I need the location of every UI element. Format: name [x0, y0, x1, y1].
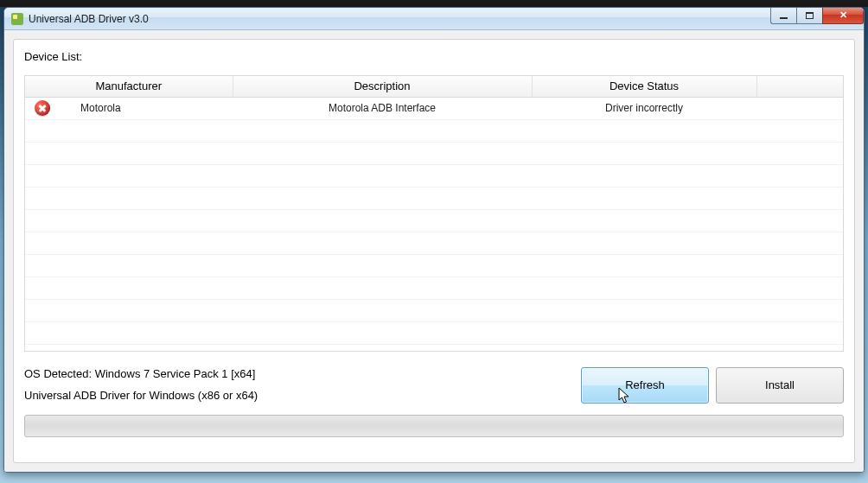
install-button-label: Install [765, 378, 795, 391]
table-row[interactable] [25, 119, 843, 142]
table-row[interactable] [25, 254, 843, 276]
refresh-button[interactable]: Refresh [581, 367, 709, 404]
bottom-row: OS Detected: Windows 7 Service Pack 1 [x… [24, 364, 844, 406]
app-window: Universal ADB Driver v3.0 ✕ Device List: [3, 7, 865, 473]
button-row: Refresh Install [581, 367, 844, 404]
cell-manufacturer: Motorola [60, 97, 233, 119]
close-button[interactable]: ✕ [822, 7, 864, 24]
col-header-description[interactable]: Description [233, 76, 532, 97]
info-text-block: OS Detected: Windows 7 Service Pack 1 [x… [24, 364, 258, 406]
client-area: Device List: Manufacturer Description [4, 30, 864, 472]
maximize-icon [806, 12, 814, 19]
cell-device-status: Driver incorrectly [532, 97, 756, 119]
table-row[interactable] [25, 299, 843, 321]
device-list-label: Device List: [24, 50, 844, 63]
driver-description-text: Universal ADB Driver for Windows (x86 or… [24, 385, 258, 407]
cell-empty [756, 97, 843, 119]
table-row[interactable] [25, 142, 843, 164]
window-controls: ✕ [770, 7, 864, 24]
table-row[interactable] [25, 164, 843, 187]
table-row[interactable] [25, 232, 843, 254]
refresh-button-label: Refresh [625, 378, 665, 391]
os-detected-text: OS Detected: Windows 7 Service Pack 1 [x… [24, 364, 258, 385]
install-button[interactable]: Install [716, 367, 844, 404]
col-header-manufacturer[interactable]: Manufacturer [25, 76, 233, 97]
table-row[interactable] [25, 187, 843, 209]
table-row[interactable] [25, 321, 843, 344]
progress-bar [24, 415, 844, 437]
table-row[interactable]: Motorola Motorola ADB Interface Driver i… [25, 97, 843, 119]
col-header-device-status[interactable]: Device Status [532, 76, 756, 97]
table-header-row: Manufacturer Description Device Status [25, 76, 843, 97]
app-icon [11, 13, 23, 25]
error-icon [35, 100, 50, 116]
table-row[interactable] [25, 209, 843, 232]
cell-status-icon [25, 97, 60, 119]
background-taskbar-fragment [0, 0, 868, 7]
maximize-button[interactable] [796, 7, 822, 24]
table-row[interactable] [25, 276, 843, 299]
main-panel: Device List: Manufacturer Description [13, 39, 855, 463]
titlebar[interactable]: Universal ADB Driver v3.0 ✕ [4, 8, 864, 30]
minimize-icon [780, 17, 788, 19]
minimize-button[interactable] [770, 7, 796, 24]
device-table: Manufacturer Description Device Status M… [25, 76, 843, 345]
device-table-container: Manufacturer Description Device Status M… [24, 75, 844, 352]
col-header-empty[interactable] [756, 76, 843, 97]
window-title: Universal ADB Driver v3.0 [29, 13, 149, 25]
cell-description: Motorola ADB Interface [233, 97, 532, 119]
close-icon: ✕ [839, 10, 847, 21]
